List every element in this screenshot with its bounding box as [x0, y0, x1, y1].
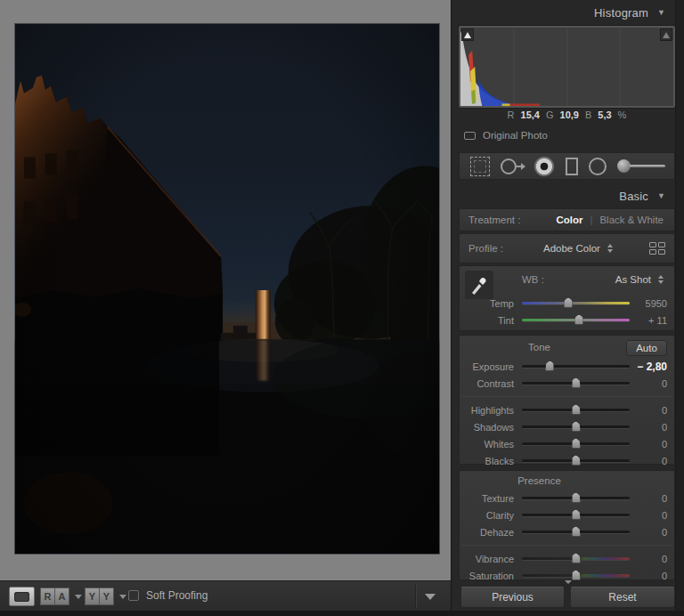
develop-right-panel: Histogram ▼ R 15,4 G — [451, 0, 684, 616]
dehaze-slider[interactable] — [522, 531, 630, 533]
histogram-title: Histogram — [594, 6, 648, 20]
vibrance-slider-row: Vibrance 0 — [460, 550, 674, 567]
shadow-clipping-indicator[interactable] — [461, 28, 474, 41]
photo-canvas[interactable] — [14, 23, 440, 555]
red-eye-correction-icon[interactable] — [534, 157, 554, 176]
treatment-color-option[interactable]: Color — [557, 215, 583, 225]
blacks-slider-row: Blacks 0 — [460, 452, 674, 469]
vibrance-value[interactable]: 0 — [630, 554, 667, 564]
profile-browser-icon[interactable] — [649, 242, 665, 255]
toolbar-options-dropdown-icon[interactable] — [425, 594, 436, 600]
dehaze-slider-thumb[interactable] — [571, 526, 581, 537]
compare-active-cell[interactable]: A — [54, 588, 69, 605]
graduated-filter-icon[interactable] — [566, 158, 578, 175]
highlights-slider[interactable] — [522, 409, 630, 411]
saturation-slider-thumb[interactable] — [571, 570, 581, 580]
vignette-overlay — [15, 24, 439, 554]
tint-slider[interactable] — [522, 319, 630, 321]
contrast-slider-thumb[interactable] — [571, 377, 581, 388]
blacks-slider-thumb[interactable] — [571, 455, 581, 466]
presence-divider — [461, 545, 672, 546]
readout-b-value: 5,3 — [598, 109, 611, 120]
after-cell[interactable]: Y — [99, 588, 114, 605]
whites-value[interactable]: 0 — [630, 439, 667, 450]
histogram-display[interactable] — [459, 26, 675, 108]
original-photo-label: Original Photo — [483, 130, 548, 141]
histogram-collapse-icon[interactable]: ▼ — [657, 8, 665, 17]
clarity-slider[interactable] — [522, 514, 630, 516]
temp-slider[interactable] — [522, 302, 630, 304]
histogram-panel-header[interactable]: Histogram ▼ — [452, 2, 676, 23]
contrast-value[interactable]: 0 — [630, 378, 667, 389]
whites-slider[interactable] — [522, 442, 630, 445]
spot-removal-icon[interactable] — [501, 158, 517, 174]
texture-value[interactable]: 0 — [630, 493, 667, 504]
exposure-slider-thumb[interactable] — [545, 361, 555, 371]
compare-view-dropdown-icon[interactable] — [75, 595, 82, 599]
before-cell[interactable]: Y — [85, 588, 100, 605]
whites-slider-thumb[interactable] — [571, 438, 581, 449]
blacks-label: Blacks — [465, 456, 522, 466]
shadows-value[interactable]: 0 — [630, 422, 667, 433]
compare-view-button[interactable]: R A — [40, 588, 69, 605]
profile-updown-icon[interactable] — [607, 244, 613, 253]
basic-panel-header[interactable]: Basic ▼ — [452, 185, 676, 207]
blacks-value[interactable]: 0 — [630, 456, 667, 466]
profile-label: Profile : — [468, 243, 522, 254]
auto-tone-button[interactable]: Auto — [626, 340, 667, 356]
temp-value[interactable]: 5950 — [630, 298, 667, 309]
shadows-slider-thumb[interactable] — [571, 421, 581, 432]
readout-r-label: R — [508, 109, 515, 120]
vibrance-label: Vibrance — [465, 554, 522, 564]
vibrance-slider[interactable] — [522, 557, 630, 560]
contrast-slider[interactable] — [522, 382, 630, 385]
compare-reference-cell[interactable]: R — [40, 588, 55, 605]
vibrance-slider-thumb[interactable] — [571, 553, 581, 563]
panel-scroll-indicator[interactable] — [565, 580, 572, 584]
dehaze-label: Dehaze — [465, 527, 522, 538]
tint-slider-row: Tint + 11 — [460, 312, 674, 328]
previous-button[interactable]: Previous — [460, 587, 565, 608]
tint-value[interactable]: + 11 — [630, 315, 667, 326]
clarity-value[interactable]: 0 — [630, 510, 667, 521]
lightroom-develop-window: R A Y Y Soft Proofing Histogram ▼ — [0, 0, 684, 616]
wb-updown-icon[interactable] — [658, 275, 664, 284]
soft-proofing-checkbox[interactable] — [128, 590, 139, 601]
profile-select[interactable]: Adobe Color — [543, 243, 600, 254]
shadows-slider[interactable] — [522, 426, 630, 428]
rgb-readout: R 15,4 G 10,9 B 5,3 % — [459, 109, 675, 120]
blacks-slider[interactable] — [522, 459, 630, 462]
highlights-slider-thumb[interactable] — [571, 404, 581, 415]
exposure-value[interactable]: − 2,80 — [630, 361, 667, 373]
tint-slider-thumb[interactable] — [574, 314, 584, 325]
clarity-slider-thumb[interactable] — [571, 509, 581, 520]
loupe-view-button[interactable] — [9, 587, 35, 606]
reset-button[interactable]: Reset — [570, 587, 675, 608]
before-after-dropdown-icon[interactable] — [119, 595, 126, 599]
basic-title: Basic — [619, 190, 648, 203]
image-display-area — [0, 0, 451, 580]
wb-select[interactable]: As Shot — [615, 274, 651, 285]
highlight-clipping-indicator[interactable] — [660, 28, 672, 41]
texture-slider-thumb[interactable] — [571, 492, 581, 503]
presence-section: Presence Texture 0 Clarity 0 Dehaze — [459, 470, 675, 580]
radial-filter-icon[interactable] — [589, 158, 607, 175]
whites-slider-row: Whites 0 — [460, 435, 674, 452]
exposure-slider[interactable] — [522, 365, 630, 368]
tint-label: Tint — [465, 315, 522, 326]
dehaze-value[interactable]: 0 — [630, 527, 667, 538]
highlights-value[interactable]: 0 — [630, 405, 667, 416]
wb-label: WB : — [522, 274, 544, 285]
saturation-value[interactable]: 0 — [630, 571, 667, 581]
clarity-slider-row: Clarity 0 — [460, 507, 674, 523]
basic-collapse-icon[interactable]: ▼ — [657, 191, 665, 200]
temp-slider-thumb[interactable] — [564, 297, 574, 308]
crop-overlay-icon[interactable] — [470, 157, 490, 176]
saturation-slider[interactable] — [522, 574, 630, 577]
adjustment-brush-icon[interactable] — [617, 158, 665, 175]
before-after-view-button[interactable]: Y Y — [85, 588, 113, 605]
loupe-view-icon — [14, 592, 29, 602]
texture-slider[interactable] — [522, 497, 630, 499]
panel-scrollbar[interactable] — [675, 0, 684, 616]
treatment-bw-option[interactable]: Black & White — [599, 215, 664, 225]
